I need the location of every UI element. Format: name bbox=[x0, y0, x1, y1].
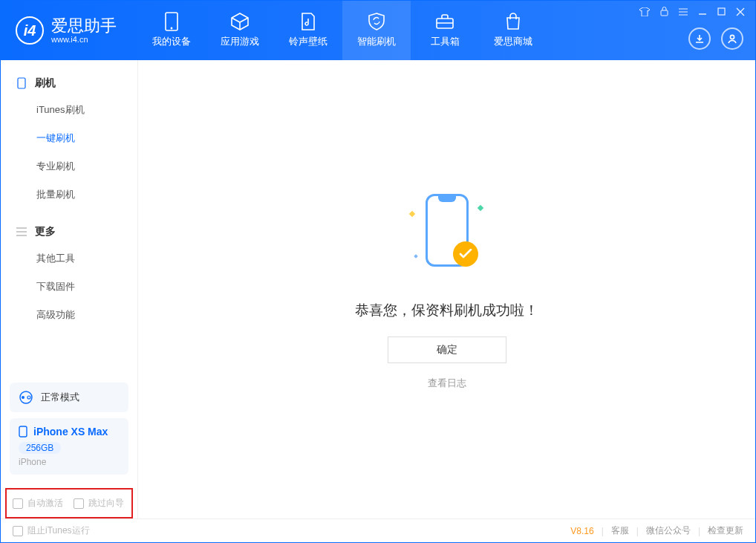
sidebar-item-pro-flash[interactable]: 专业刷机 bbox=[1, 152, 137, 181]
app-logo: i4 爱思助手 www.i4.cn bbox=[16, 16, 117, 45]
checkbox-icon bbox=[74, 498, 84, 509]
tab-label: 应用游戏 bbox=[221, 35, 259, 48]
phone-small-icon bbox=[19, 426, 27, 438]
device-icon bbox=[161, 13, 182, 30]
sidebar-item-itunes-flash[interactable]: iTunes刷机 bbox=[1, 96, 137, 124]
app-domain: www.i4.cn bbox=[51, 35, 117, 44]
highlight-box: 自动激活 跳过向导 bbox=[5, 488, 133, 518]
svg-rect-10 bbox=[19, 426, 27, 437]
sidebar-item-advanced[interactable]: 高级功能 bbox=[1, 301, 137, 329]
svg-point-5 bbox=[730, 35, 734, 39]
sidebar-group-more: 更多 bbox=[1, 219, 137, 244]
tab-label: 我的设备 bbox=[152, 35, 191, 48]
titlebar: i4 爱思助手 www.i4.cn 我的设备 应用游戏 铃声壁纸 智能刷机 bbox=[1, 1, 755, 60]
shield-sync-icon bbox=[366, 13, 387, 30]
app-window: i4 爱思助手 www.i4.cn 我的设备 应用游戏 铃声壁纸 智能刷机 bbox=[0, 0, 756, 543]
phone-icon bbox=[16, 77, 27, 89]
checkbox-icon bbox=[13, 498, 23, 509]
mode-card[interactable]: 正常模式 bbox=[10, 383, 128, 412]
sidebar-status: 正常模式 iPhone XS Max 256GB iPhone bbox=[10, 383, 128, 475]
svg-rect-4 bbox=[718, 8, 725, 15]
check-update-link[interactable]: 检查更新 bbox=[708, 524, 743, 537]
tab-store[interactable]: 爱思商城 bbox=[479, 1, 547, 60]
cube-icon bbox=[229, 13, 250, 30]
sparkle-icon bbox=[477, 204, 483, 210]
bag-icon bbox=[503, 13, 524, 30]
header-right bbox=[688, 27, 743, 50]
group-title: 刷机 bbox=[35, 77, 56, 90]
success-illustration bbox=[403, 189, 492, 279]
statusbar: 阻止iTunes运行 V8.16 | 客服 | 微信公众号 | 检查更新 bbox=[1, 518, 755, 542]
window-controls bbox=[639, 7, 745, 16]
tab-my-device[interactable]: 我的设备 bbox=[137, 1, 206, 60]
svg-point-1 bbox=[171, 27, 173, 30]
sidebar-group-flash: 刷机 bbox=[1, 71, 137, 96]
lock-icon[interactable] bbox=[660, 7, 668, 16]
view-log-link[interactable]: 查看日志 bbox=[428, 377, 466, 390]
tab-label: 铃声壁纸 bbox=[289, 35, 328, 48]
tab-label: 智能刷机 bbox=[357, 35, 396, 48]
checkbox-icon bbox=[13, 526, 23, 536]
svg-point-8 bbox=[22, 396, 25, 399]
app-name: 爱思助手 bbox=[51, 17, 117, 35]
tab-apps-games[interactable]: 应用游戏 bbox=[206, 1, 274, 60]
sidebar: 刷机 iTunes刷机 一键刷机 专业刷机 批量刷机 更多 其他工具 下载固件 … bbox=[1, 60, 138, 518]
sparkle-icon bbox=[408, 210, 414, 216]
device-card[interactable]: iPhone XS Max 256GB iPhone bbox=[10, 418, 128, 475]
svg-point-9 bbox=[27, 396, 30, 399]
close-icon[interactable] bbox=[736, 7, 745, 16]
tab-toolbox[interactable]: 工具箱 bbox=[411, 1, 479, 60]
ok-button[interactable]: 确定 bbox=[388, 336, 506, 363]
maximize-icon[interactable] bbox=[717, 7, 726, 16]
checkbox-auto-activate[interactable]: 自动激活 bbox=[13, 497, 63, 510]
capacity-badge: 256GB bbox=[19, 442, 61, 454]
checkbox-label: 阻止iTunes运行 bbox=[27, 524, 90, 537]
menu-icon[interactable] bbox=[679, 8, 688, 16]
checkmark-badge-icon bbox=[453, 241, 478, 267]
music-file-icon bbox=[298, 13, 319, 30]
device-type: iPhone bbox=[19, 457, 120, 467]
main-content: 恭喜您，保资料刷机成功啦！ 确定 查看日志 bbox=[138, 60, 755, 518]
sidebar-item-download-firmware[interactable]: 下载固件 bbox=[1, 273, 137, 301]
tab-label: 工具箱 bbox=[431, 35, 460, 48]
nav-tabs: 我的设备 应用游戏 铃声壁纸 智能刷机 工具箱 爱思商城 bbox=[137, 1, 547, 60]
svg-rect-6 bbox=[18, 78, 25, 88]
checkbox-block-itunes[interactable]: 阻止iTunes运行 bbox=[13, 524, 90, 537]
sidebar-item-batch-flash[interactable]: 批量刷机 bbox=[1, 181, 137, 209]
tab-smart-flash[interactable]: 智能刷机 bbox=[342, 1, 411, 60]
device-name-text: iPhone XS Max bbox=[33, 426, 108, 438]
logo-icon: i4 bbox=[16, 16, 44, 45]
svg-rect-3 bbox=[661, 10, 668, 16]
tab-ringtones-wallpapers[interactable]: 铃声壁纸 bbox=[274, 1, 342, 60]
tab-label: 爱思商城 bbox=[494, 35, 532, 48]
sparkle-icon bbox=[414, 254, 418, 259]
version-label: V8.16 bbox=[570, 526, 593, 536]
wechat-link[interactable]: 微信公众号 bbox=[646, 524, 691, 537]
checkbox-skip-guide[interactable]: 跳过向导 bbox=[74, 497, 124, 510]
list-icon bbox=[16, 226, 27, 238]
minimize-icon[interactable] bbox=[698, 7, 707, 16]
user-icon[interactable] bbox=[721, 27, 743, 50]
tshirt-icon[interactable] bbox=[639, 7, 650, 16]
toolbox-icon bbox=[434, 13, 455, 30]
group-title: 更多 bbox=[35, 225, 56, 238]
sidebar-item-other-tools[interactable]: 其他工具 bbox=[1, 244, 137, 273]
success-message: 恭喜您，保资料刷机成功啦！ bbox=[355, 301, 538, 320]
mode-icon bbox=[19, 390, 33, 405]
checkbox-label: 自动激活 bbox=[27, 497, 63, 510]
phone-notch-icon bbox=[438, 196, 456, 202]
sidebar-item-oneclick-flash[interactable]: 一键刷机 bbox=[1, 124, 137, 152]
body: 刷机 iTunes刷机 一键刷机 专业刷机 批量刷机 更多 其他工具 下载固件 … bbox=[1, 60, 755, 518]
mode-label: 正常模式 bbox=[41, 391, 79, 404]
checkbox-label: 跳过向导 bbox=[88, 497, 124, 510]
download-icon[interactable] bbox=[688, 27, 711, 50]
support-link[interactable]: 客服 bbox=[611, 524, 629, 537]
